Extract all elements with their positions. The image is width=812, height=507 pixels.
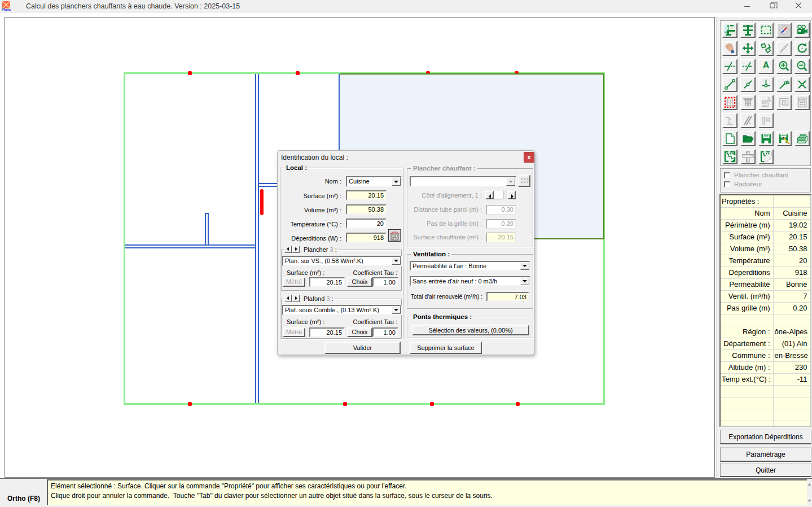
svg-text:Planchr: Planchr	[2, 8, 11, 11]
